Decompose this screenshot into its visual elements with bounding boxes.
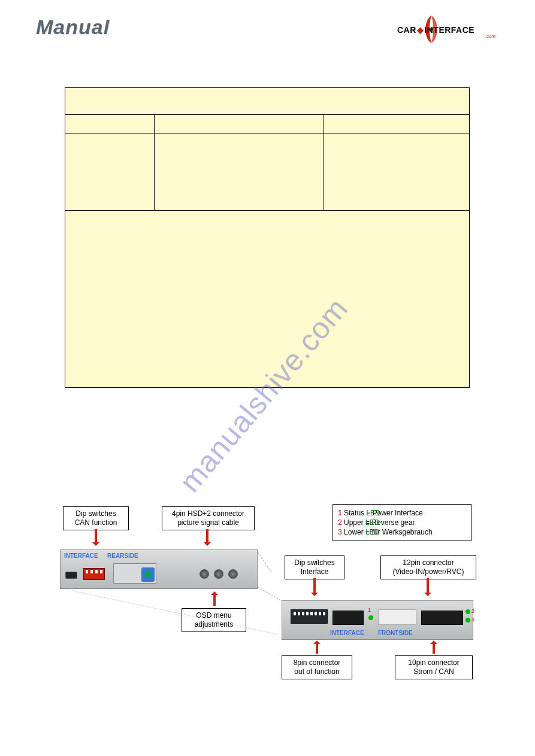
manual-title: Manual xyxy=(36,16,110,39)
led-word: LED xyxy=(365,518,370,523)
label-line: Dip switches xyxy=(294,558,334,567)
led-word: LED xyxy=(365,527,370,532)
label-dip-interface: Dip switches Interface xyxy=(285,555,344,579)
label-line: picture signal cable xyxy=(177,518,239,527)
label-line: out of function xyxy=(294,667,339,676)
arrow-up-icon xyxy=(316,642,318,654)
label-status-leds: 1 Status LED = Power Interface 2 Upper L… xyxy=(333,504,471,541)
dip-switch-8-icon xyxy=(291,609,328,624)
arrow-up-icon xyxy=(433,642,435,654)
osd-knob-icon xyxy=(228,569,238,579)
status-num: 2 xyxy=(338,518,342,527)
label-10pin: 10pin connector Strom / CAN xyxy=(395,655,473,679)
page: Manual CAR◆INTERFACE .com manualshive.co… xyxy=(0,0,535,756)
label-line: 12pin connector xyxy=(403,558,454,567)
brand-com: .com xyxy=(485,34,495,39)
status-row: 2 Upper LED = Reverse gear xyxy=(338,518,466,527)
label-dip-can: Dip switches CAN function xyxy=(63,506,129,530)
connector-10pin-icon xyxy=(421,611,463,625)
dip-switch-4-icon xyxy=(83,568,105,580)
usb-port-icon xyxy=(65,572,77,579)
label-hsd: 4pin HSD+2 connector picture signal cabl… xyxy=(162,506,255,530)
device-tag: INTERFACE xyxy=(64,552,98,559)
device-tag: FRONTSIDE xyxy=(378,630,413,636)
label-line: adjustments xyxy=(195,620,234,629)
status-text: Status xyxy=(344,509,366,517)
led-word: LED xyxy=(366,508,371,513)
device-tag: INTERFACE xyxy=(330,630,364,636)
dashed-line xyxy=(258,552,272,572)
status-text: Upper xyxy=(344,518,365,527)
brand-dot-icon: ◆ xyxy=(417,25,424,35)
osd-knob-icon xyxy=(214,569,223,579)
table-row xyxy=(65,133,469,211)
page-header: Manual CAR◆INTERFACE .com xyxy=(0,12,535,48)
status-row: 1 Status LED = Power Interface xyxy=(338,508,466,518)
status-num: 3 xyxy=(338,528,342,536)
label-line: (Video-IN/power/RVC) xyxy=(393,567,464,576)
label-line: 4pin HSD+2 connector xyxy=(172,509,244,518)
led-number: 1 xyxy=(368,607,371,613)
device-rearside: INTERFACE REARSIDE xyxy=(60,549,258,589)
dashed-line xyxy=(258,587,284,602)
brand-car: CAR xyxy=(397,25,416,35)
label-12pin: 12pin connector (Video-IN/power/RVC) xyxy=(380,555,476,579)
interface-diagram: Dip switches CAN function 4pin HSD+2 con… xyxy=(60,497,479,706)
table-row xyxy=(65,115,469,133)
info-table xyxy=(65,114,469,211)
connector-8pin-icon xyxy=(333,611,364,625)
label-line: Interface xyxy=(301,567,329,576)
label-line: 8pin connector xyxy=(294,658,341,667)
label-8pin: 8pin connector out of function xyxy=(282,655,352,679)
osd-knob-icon xyxy=(200,569,209,579)
arrow-down-icon xyxy=(95,529,97,545)
status-text: Lower xyxy=(344,528,365,536)
yellow-info-box xyxy=(65,87,470,388)
label-line: Strom / CAN xyxy=(413,667,454,676)
status-row: 3 Lower LED = für Werksgebrauch xyxy=(338,527,466,537)
brand-logo: CAR◆INTERFACE .com xyxy=(397,14,499,44)
status-num: 1 xyxy=(338,509,342,517)
led-icon xyxy=(466,609,470,614)
arrow-down-icon xyxy=(427,578,429,595)
led-number: 2 xyxy=(471,608,474,614)
device-frontside: 1 2 3 INTERFACE FRONTSIDE xyxy=(282,600,473,640)
brand-interface: INTERFACE xyxy=(424,25,474,35)
label-line: Dip switches xyxy=(75,509,116,518)
label-line: CAN function xyxy=(75,518,117,527)
arrow-down-icon xyxy=(206,529,208,545)
led-number: 3 xyxy=(471,617,474,623)
label-line: 10pin connector xyxy=(408,658,459,667)
brand-text: CAR◆INTERFACE xyxy=(397,25,474,35)
arrow-up-icon xyxy=(213,593,216,606)
device-tag: REARSIDE xyxy=(107,552,138,559)
connector-12pin-icon xyxy=(378,609,416,625)
arrow-down-icon xyxy=(313,578,316,595)
led-icon xyxy=(466,618,470,623)
hsd-connector-icon xyxy=(113,563,156,584)
led-icon xyxy=(368,615,373,620)
